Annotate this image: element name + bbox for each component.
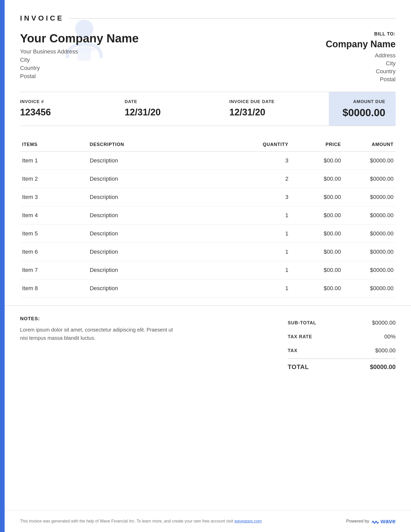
item-quantity: 1 <box>245 225 290 243</box>
watermark-icon <box>56 13 113 70</box>
bill-to-city: City <box>319 60 396 67</box>
bill-to-country: Country <box>319 68 396 75</box>
item-description: Description <box>88 243 245 261</box>
bottom-footer: This invoice was generated with the help… <box>5 510 411 532</box>
item-description: Description <box>88 261 245 279</box>
item-price: $00.00 <box>291 152 343 170</box>
svg-point-0 <box>75 20 93 38</box>
item-name: Item 7 <box>20 261 88 279</box>
item-quantity: 1 <box>245 261 290 279</box>
item-description: Description <box>88 279 245 298</box>
due-date-value: 12/31/20 <box>229 107 324 118</box>
invoice-header: INVOICE Your Company Name Your Business … <box>5 0 411 92</box>
item-description: Description <box>88 152 245 170</box>
item-price: $00.00 <box>291 279 343 298</box>
meta-due-date: INVOICE DUE DATE 12/31/20 <box>224 99 329 118</box>
item-description: Description <box>88 206 245 225</box>
item-price: $00.00 <box>291 261 343 279</box>
totals-divider <box>288 359 396 359</box>
table-row: Item 7 Description 1 $00.00 $0000.00 <box>20 261 396 279</box>
item-name: Item 6 <box>20 243 88 261</box>
invoice-meta: INVOICE # 123456 DATE 12/31/20 INVOICE D… <box>20 92 396 126</box>
item-quantity: 1 <box>245 279 290 298</box>
meta-left: INVOICE # 123456 DATE 12/31/20 INVOICE D… <box>20 92 329 126</box>
notes-label: NOTES: <box>20 316 179 322</box>
item-quantity: 2 <box>245 170 290 188</box>
item-amount: $0000.00 <box>343 170 396 188</box>
bill-to-postal: Postal <box>319 76 396 83</box>
item-amount: $0000.00 <box>343 261 396 279</box>
col-header-description: DESCRIPTION <box>88 139 245 152</box>
footer-note: This invoice was generated with the help… <box>20 519 262 524</box>
subtotal-label: SUB-TOTAL <box>288 320 360 326</box>
invoice-page: INVOICE Your Company Name Your Business … <box>0 0 411 532</box>
item-amount: $0000.00 <box>343 152 396 170</box>
company-postal: Postal <box>20 73 319 80</box>
item-price: $00.00 <box>291 225 343 243</box>
item-quantity: 1 <box>245 206 290 225</box>
item-amount: $0000.00 <box>343 225 396 243</box>
table-row: Item 5 Description 1 $00.00 $0000.00 <box>20 225 396 243</box>
tax-rate-label: TAX RATE <box>288 334 360 340</box>
item-amount: $0000.00 <box>343 188 396 206</box>
col-header-quantity: QUANTITY <box>245 139 290 152</box>
table-row: Item 8 Description 1 $00.00 $0000.00 <box>20 279 396 298</box>
item-amount: $0000.00 <box>343 279 396 298</box>
amount-due-label: AMOUNT DUE <box>339 99 385 104</box>
bill-to-label: BILL TO: <box>319 31 396 37</box>
total-row: TOTAL $0000.00 <box>288 360 396 374</box>
total-label: TOTAL <box>288 363 360 371</box>
wave-text: wave <box>380 518 396 525</box>
bill-to-company: Company Name <box>319 39 396 50</box>
wave-icon <box>372 518 379 525</box>
tax-label: TAX <box>288 348 360 353</box>
col-header-items: ITEMS <box>20 139 88 152</box>
item-price: $00.00 <box>291 170 343 188</box>
amount-due-value: $0000.00 <box>339 107 385 118</box>
item-description: Description <box>88 170 245 188</box>
tax-row: TAX $000.00 <box>288 344 396 357</box>
item-quantity: 3 <box>245 188 290 206</box>
item-description: Description <box>88 225 245 243</box>
footer-section: NOTES: Lorem ipsum dolor sit amet, conse… <box>5 305 411 384</box>
item-amount: $0000.00 <box>343 206 396 225</box>
item-name: Item 4 <box>20 206 88 225</box>
items-table: ITEMS DESCRIPTION QUANTITY PRICE AMOUNT … <box>20 139 396 298</box>
table-row: Item 4 Description 1 $00.00 $0000.00 <box>20 206 396 225</box>
col-header-amount: AMOUNT <box>343 139 396 152</box>
item-name: Item 3 <box>20 188 88 206</box>
item-amount: $0000.00 <box>343 243 396 261</box>
notes-text: Lorem ipsum dolor sit amet, consectetur … <box>20 326 179 342</box>
bill-to-section: BILL TO: Company Name Address City Count… <box>319 31 396 84</box>
total-value: $0000.00 <box>360 363 396 371</box>
items-section: ITEMS DESCRIPTION QUANTITY PRICE AMOUNT … <box>5 126 411 305</box>
item-price: $00.00 <box>291 206 343 225</box>
title-divider <box>69 18 396 19</box>
item-quantity: 3 <box>245 152 290 170</box>
table-header-row: ITEMS DESCRIPTION QUANTITY PRICE AMOUNT <box>20 139 396 152</box>
svg-rect-1 <box>78 44 91 61</box>
meta-date: DATE 12/31/20 <box>119 99 224 118</box>
item-name: Item 5 <box>20 225 88 243</box>
meta-invoice-number: INVOICE # 123456 <box>20 99 119 118</box>
powered-by: Powered by wave <box>346 518 396 525</box>
left-accent-bar <box>0 0 5 532</box>
item-name: Item 1 <box>20 152 88 170</box>
tax-value: $000.00 <box>360 347 396 354</box>
wave-logo: wave <box>372 518 396 525</box>
subtotal-row: SUB-TOTAL $0000.00 <box>288 316 396 330</box>
item-name: Item 8 <box>20 279 88 298</box>
item-name: Item 2 <box>20 170 88 188</box>
table-row: Item 1 Description 3 $00.00 $0000.00 <box>20 152 396 170</box>
item-price: $00.00 <box>291 188 343 206</box>
item-description: Description <box>88 188 245 206</box>
totals-block: SUB-TOTAL $0000.00 TAX RATE 00% TAX $000… <box>288 316 396 374</box>
svg-rect-2 <box>73 48 96 51</box>
notes-block: NOTES: Lorem ipsum dolor sit amet, conse… <box>20 316 179 342</box>
invoice-number-label: INVOICE # <box>20 99 114 104</box>
footer-link[interactable]: waveapps.com <box>234 519 262 523</box>
table-row: Item 3 Description 3 $00.00 $0000.00 <box>20 188 396 206</box>
tax-rate-value: 00% <box>360 333 396 340</box>
powered-by-label: Powered by <box>346 519 369 524</box>
date-value: 12/31/20 <box>125 107 219 118</box>
